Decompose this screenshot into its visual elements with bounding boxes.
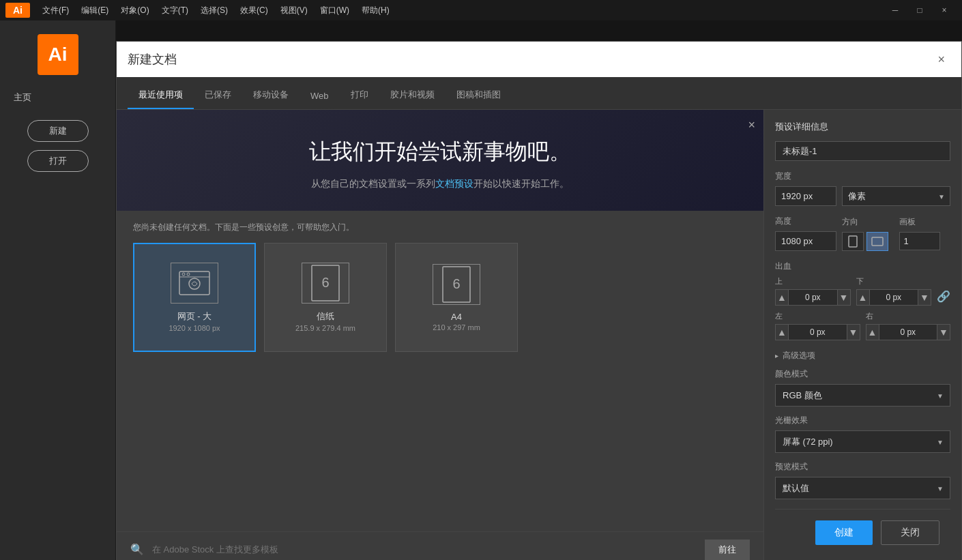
tab-saved[interactable]: 已保存 — [194, 82, 242, 109]
open-button[interactable]: 打开 — [27, 150, 89, 172]
svg-text:6: 6 — [321, 275, 329, 290]
menu-select[interactable]: 选择(S) — [195, 3, 233, 18]
svg-point-2 — [182, 273, 185, 276]
panel-title: 预设详细信息 — [775, 121, 950, 133]
height-input[interactable] — [775, 231, 836, 251]
width-input[interactable] — [775, 186, 836, 206]
preset-card-letter[interactable]: 6 信纸 215.9 x 279.4 mm — [264, 243, 387, 352]
bleed-bottom-value[interactable] — [870, 289, 918, 306]
menu-edit[interactable]: 编辑(E) — [76, 3, 114, 18]
sidebar: Ai 主页 新建 打开 — [0, 20, 116, 560]
preset-webpage-size: 1920 x 1080 px — [169, 324, 220, 332]
raster-label: 光栅效果 — [775, 415, 950, 426]
bleed-left-right-row: 左 ▲ ▼ 右 ▲ — [775, 311, 950, 340]
dialog-right-panel: 预设详细信息 宽度 像素 毫米 厘米 英寸 — [763, 110, 961, 560]
tab-film[interactable]: 胶片和视频 — [379, 82, 446, 109]
advanced-arrow-icon: ▸ — [775, 352, 778, 359]
bleed-section: 出血 上 ▲ ▼ — [775, 261, 950, 340]
hero-link[interactable]: 文档预设 — [435, 178, 473, 189]
landscape-button[interactable] — [866, 232, 888, 251]
svg-text:6: 6 — [452, 276, 460, 291]
menu-effect[interactable]: 效果(C) — [235, 3, 274, 18]
unit-select-wrapper: 像素 毫米 厘米 英寸 — [842, 186, 950, 206]
bleed-bottom-up[interactable]: ▲ — [856, 289, 870, 306]
bleed-top-bottom-row: 上 ▲ ▼ 下 ▲ — [775, 276, 950, 306]
bleed-top-value[interactable] — [789, 289, 837, 306]
tab-mobile[interactable]: 移动设备 — [242, 82, 300, 109]
bleed-right-up[interactable]: ▲ — [866, 324, 879, 340]
app-main: Ai 主页 新建 打开 × 最近使用项 已保存 移动设备 Web 打印 — [0, 20, 962, 560]
tab-print[interactable]: 打印 — [340, 82, 379, 109]
artboard-input[interactable] — [899, 232, 940, 250]
cancel-button[interactable]: 关闭 — [881, 520, 939, 545]
sidebar-logo: Ai — [38, 34, 78, 75]
search-input[interactable] — [128, 53, 932, 67]
bleed-link-icon[interactable]: 🔗 — [937, 290, 950, 303]
preset-webpage-icon — [171, 263, 218, 304]
stock-search-input[interactable] — [152, 544, 697, 555]
dialog-overlay: × 最近使用项 已保存 移动设备 Web 打印 胶片和视频 图稿和插图 × — [116, 20, 962, 560]
tab-web[interactable]: Web — [300, 84, 340, 109]
dialog-footer: 创建 关闭 — [775, 509, 950, 556]
dialog-search-bar: × — [117, 42, 961, 77]
width-row: 像素 毫米 厘米 英寸 — [775, 186, 950, 206]
menu-help[interactable]: 帮助(H) — [356, 3, 395, 18]
bleed-bottom-down[interactable]: ▼ — [918, 289, 931, 306]
bleed-left-value[interactable] — [789, 324, 847, 340]
menu-text[interactable]: 文字(T) — [156, 3, 194, 18]
tab-recent[interactable]: 最近使用项 — [128, 82, 194, 109]
advanced-toggle[interactable]: ▸ 高级选项 — [775, 350, 950, 362]
preset-letter-size: 215.9 x 279.4 mm — [295, 324, 355, 332]
bleed-left-label: 左 — [775, 311, 860, 321]
preset-letter-icon: 6 — [302, 263, 349, 304]
advanced-label: 高级选项 — [783, 350, 815, 362]
minimize-button[interactable]: ─ — [883, 0, 907, 20]
sidebar-item-home[interactable]: 主页 — [0, 91, 31, 104]
bleed-left-up[interactable]: ▲ — [775, 324, 789, 340]
dialog-body: × 让我们开始尝试新事物吧。 从您自己的文档设置或一系列文档预设开始以快速开始工… — [117, 110, 961, 560]
document-name-input[interactable] — [775, 141, 950, 161]
menu-view[interactable]: 视图(V) — [275, 3, 313, 18]
maximize-button[interactable]: □ — [907, 0, 932, 20]
bleed-top-down[interactable]: ▼ — [837, 289, 851, 306]
dialog-close-icon[interactable]: × — [748, 118, 755, 132]
stock-goto-button[interactable]: 前往 — [705, 540, 750, 560]
raster-select[interactable]: 屏幕 (72 ppi) 中 (150 ppi) 高 (300 ppi) — [775, 430, 950, 453]
preview-wrapper: 默认值 像素 叠印 — [775, 477, 950, 499]
color-mode-wrapper: RGB 颜色 CMYK 颜色 — [775, 384, 950, 407]
hero-section: 让我们开始尝试新事物吧。 从您自己的文档设置或一系列文档预设开始以快速开始工作。 — [117, 110, 763, 211]
bleed-right-value[interactable] — [879, 324, 937, 340]
bleed-right-down[interactable]: ▼ — [937, 324, 950, 340]
bleed-top-up[interactable]: ▲ — [775, 289, 789, 306]
preset-card-webpage[interactable]: 网页 - 大 1920 x 1080 px — [133, 243, 256, 352]
unit-select[interactable]: 像素 毫米 厘米 英寸 — [842, 186, 950, 206]
color-mode-select[interactable]: RGB 颜色 CMYK 颜色 — [775, 384, 950, 407]
new-button[interactable]: 新建 — [27, 120, 89, 142]
preset-a4-size: 210 x 297 mm — [433, 323, 480, 331]
bleed-top-label: 上 — [775, 276, 851, 286]
menu-window[interactable]: 窗口(W) — [315, 3, 355, 18]
bleed-left-group: 左 ▲ ▼ — [775, 311, 860, 340]
color-mode-label: 颜色模式 — [775, 368, 950, 380]
bleed-top-group: 上 ▲ ▼ — [775, 276, 851, 306]
stock-search-bar: 🔍 前往 — [117, 531, 763, 560]
svg-point-3 — [187, 273, 190, 276]
presets-hint: 您尚未创建任何文档。下面是一些预设创意，可帮助您入门。 — [133, 222, 747, 233]
menu-object[interactable]: 对象(O) — [115, 3, 154, 18]
new-document-dialog: × 最近使用项 已保存 移动设备 Web 打印 胶片和视频 图稿和插图 × — [116, 41, 962, 560]
window-controls: ─ □ × — [883, 0, 957, 20]
portrait-button[interactable] — [842, 232, 864, 251]
create-button[interactable]: 创建 — [815, 520, 873, 545]
svg-rect-9 — [849, 236, 857, 247]
close-button[interactable]: × — [932, 0, 957, 20]
height-group: 高度 — [775, 216, 836, 251]
search-close-icon[interactable]: × — [932, 50, 950, 70]
orient-label: 方向 — [842, 216, 894, 228]
tab-art[interactable]: 图稿和插图 — [446, 82, 512, 109]
preview-select[interactable]: 默认值 像素 叠印 — [775, 477, 950, 499]
menu-file[interactable]: 文件(F) — [37, 3, 74, 18]
preset-card-a4[interactable]: 6 A4 210 x 297 mm — [395, 243, 518, 352]
bleed-left-down[interactable]: ▼ — [847, 324, 860, 340]
presets-section: 您尚未创建任何文档。下面是一些预设创意，可帮助您入门。 — [117, 211, 763, 531]
bleed-bottom-group: 下 ▲ ▼ — [856, 276, 932, 306]
